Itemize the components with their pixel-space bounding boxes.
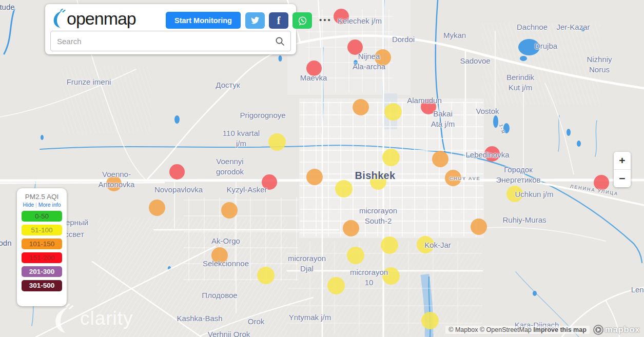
zoom-in-button[interactable]: +: [614, 152, 631, 169]
legend-pill: 301-500: [22, 280, 62, 291]
legend-hide-link[interactable]: Hide: [23, 202, 34, 208]
aqi-marker-red[interactable]: [484, 146, 500, 162]
openmap-logo-text: openmap: [67, 9, 136, 28]
aqi-marker-orange[interactable]: [375, 49, 391, 66]
aqi-marker-yellow[interactable]: [257, 267, 275, 284]
aqi-marker-orange[interactable]: [353, 99, 369, 115]
aqi-marker-yellow[interactable]: [506, 186, 523, 202]
aqi-marker-orange[interactable]: [432, 151, 448, 167]
mapbox-logo-icon: [593, 324, 604, 335]
aqi-marker-red[interactable]: [306, 61, 322, 76]
aqi-marker-red[interactable]: [334, 9, 349, 24]
mapbox-logo-word: mapbox: [605, 325, 640, 335]
mapbox-logo[interactable]: mapbox: [593, 324, 640, 335]
twitter-share-button[interactable]: [245, 12, 265, 29]
mapbox-attribution-link[interactable]: © Mapbox: [448, 326, 478, 333]
header-card: openmap Start Monitoring f •••: [45, 4, 296, 54]
aqi-marker-yellow[interactable]: [347, 247, 364, 264]
aqi-marker-yellow[interactable]: [382, 267, 400, 285]
legend-pill: 51-100: [22, 225, 62, 236]
legend-links-separator: |: [35, 202, 37, 208]
aqi-marker-red[interactable]: [169, 164, 185, 180]
facebook-icon: f: [277, 15, 281, 27]
aqi-marker-orange[interactable]: [471, 219, 487, 235]
openmap-app: tudeFrunze imeniДостукPrigorognoye110 kv…: [0, 0, 644, 337]
aqi-legend: PM2.5 AQI Hide | More info 0-50 51-100 1…: [17, 188, 67, 306]
map-attribution: © Mapbox © OpenStreetMap Improve this ma…: [445, 324, 640, 335]
search-input[interactable]: [50, 31, 291, 51]
legend-title: PM2.5 AQI: [17, 193, 67, 201]
legend-pill: 201-300: [22, 266, 62, 277]
twitter-icon: [250, 15, 260, 26]
openmap-logo[interactable]: openmap: [51, 9, 136, 28]
aqi-marker-yellow[interactable]: [268, 133, 286, 151]
facebook-share-button[interactable]: f: [269, 12, 288, 29]
aqi-marker-orange[interactable]: [445, 170, 461, 186]
legend-pill: 101-150: [22, 239, 62, 250]
whatsapp-share-button[interactable]: [292, 12, 312, 29]
aqi-marker-yellow[interactable]: [335, 180, 353, 197]
start-monitoring-button[interactable]: Start Monitoring: [166, 12, 241, 29]
zoom-out-button[interactable]: −: [614, 170, 631, 187]
aqi-marker-yellow[interactable]: [370, 173, 386, 190]
aqi-marker-yellow[interactable]: [382, 149, 400, 166]
aqi-marker-orange[interactable]: [343, 220, 359, 236]
aqi-marker-yellow[interactable]: [417, 236, 434, 253]
suburb-hatch-ne: [482, 23, 600, 105]
legend-links: Hide | More info: [17, 202, 67, 208]
aqi-marker-orange[interactable]: [221, 202, 238, 219]
aqi-marker-orange[interactable]: [211, 247, 228, 264]
more-options-button[interactable]: •••: [319, 15, 332, 24]
legend-pill: 151-200: [22, 252, 62, 264]
search-box: [50, 31, 291, 51]
legend-more-info-link[interactable]: More info: [38, 202, 61, 208]
aqi-marker-yellow[interactable]: [327, 277, 345, 294]
aqi-marker-orange[interactable]: [106, 176, 122, 191]
aqi-marker-orange[interactable]: [149, 200, 165, 216]
zoom-control: + −: [614, 152, 631, 187]
improve-this-map-link[interactable]: Improve this map: [533, 326, 587, 333]
aqi-marker-orange[interactable]: [306, 169, 323, 185]
openmap-logo-icon: [51, 9, 67, 28]
aqi-marker-red[interactable]: [594, 175, 609, 190]
aqi-marker-yellow[interactable]: [421, 312, 439, 329]
aqi-marker-yellow[interactable]: [381, 236, 398, 254]
search-icon[interactable]: [275, 36, 285, 46]
legend-pill: 0-50: [22, 211, 62, 222]
whatsapp-icon: [297, 15, 308, 26]
aqi-marker-red[interactable]: [421, 99, 436, 114]
aqi-marker-yellow[interactable]: [384, 103, 402, 121]
osm-attribution-link[interactable]: © OpenStreetMap: [480, 326, 532, 333]
attribution-text: © Mapbox © OpenStreetMap Improve this ma…: [445, 326, 590, 334]
aqi-marker-red[interactable]: [347, 39, 363, 55]
aqi-marker-red[interactable]: [262, 174, 277, 190]
